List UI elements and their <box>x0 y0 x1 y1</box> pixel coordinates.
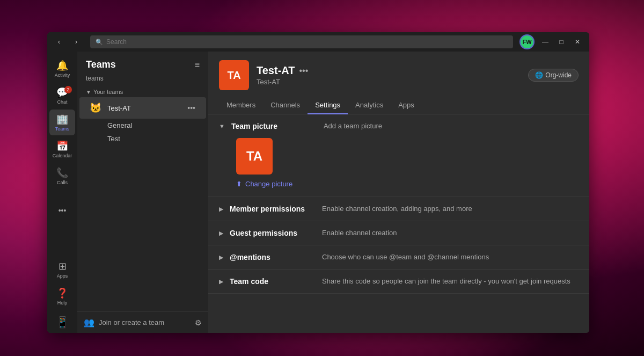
help-label: Help <box>57 300 68 306</box>
section-toggle-mentions[interactable]: ▶ <box>219 254 223 261</box>
section-desc-member-permissions: Enable channel creation, adding apps, an… <box>322 205 579 213</box>
settings-content: ▼ Team picture Add a team picture TA ⬆ C… <box>208 114 589 333</box>
sidebar-header: Teams ≡ <box>77 52 208 75</box>
tab-members[interactable]: Members <box>219 97 263 114</box>
team-picture-content: TA ⬆ Change picture <box>208 138 589 197</box>
activity-label: Activity <box>55 72 70 78</box>
tab-channels[interactable]: Channels <box>263 97 308 114</box>
section-title-team-code: Team code <box>230 277 316 286</box>
section-header-mentions: ▶ @mentions Choose who can use @team and… <box>208 245 589 269</box>
chat-label: Chat <box>57 99 67 105</box>
your-teams-header[interactable]: ▼ Your teams <box>77 86 208 97</box>
section-header-member-permissions: ▶ Member permissions Enable channel crea… <box>208 197 589 221</box>
teams-icon: 🏢 <box>56 113 68 125</box>
main-window: ‹ › 🔍 FW — □ ✕ 🔔 Activity 2 💬 Chat <box>47 32 589 333</box>
channel-item-test[interactable]: Test <box>79 132 206 146</box>
teams-subtitle: teams <box>77 75 208 86</box>
forward-button[interactable]: › <box>69 34 84 49</box>
nav-icons: 🔔 Activity 2 💬 Chat 🏢 Teams 📅 Calendar 📞… <box>47 52 77 333</box>
section-title-member-permissions: Member permissions <box>230 205 316 213</box>
sidebar-item-calendar[interactable]: 📅 Calendar <box>49 136 75 162</box>
close-button[interactable]: ✕ <box>570 34 585 49</box>
section-header-guest-permissions: ▶ Guest permissions Enable channel creat… <box>208 221 589 245</box>
team-list-item-test-at[interactable]: 🐱 Test-AT ••• <box>79 97 206 119</box>
team-ellipsis-button[interactable]: ••• <box>299 66 308 76</box>
sidebar-item-chat[interactable]: 2 💬 Chat <box>49 83 75 108</box>
team-title-row: Test-AT ••• <box>257 64 521 77</box>
search-input[interactable] <box>106 38 508 46</box>
team-info: Test-AT ••• Test-AT <box>257 64 521 86</box>
settings-section-mentions: ▶ @mentions Choose who can use @team and… <box>208 245 589 270</box>
section-desc-guest-permissions: Enable channel creation <box>322 229 579 237</box>
your-teams-chevron: ▼ <box>86 89 91 95</box>
section-title-mentions: @mentions <box>230 253 316 261</box>
settings-section-guest-permissions: ▶ Guest permissions Enable channel creat… <box>208 221 589 245</box>
org-wide-label: Org-wide <box>545 71 572 79</box>
activity-icon: 🔔 <box>56 60 68 71</box>
team-main-name: Test-AT <box>257 64 295 77</box>
tabs: Members Channels Settings Analytics Apps <box>208 97 589 114</box>
chat-badge: 2 <box>64 86 72 93</box>
section-title-guest-permissions: Guest permissions <box>230 229 316 237</box>
team-avatar-large: TA <box>219 60 249 90</box>
sidebar-item-calls[interactable]: 📞 Calls <box>49 163 75 189</box>
sidebar-settings-button[interactable]: ⚙ <box>195 318 202 327</box>
team-sub-name: Test-AT <box>257 78 521 86</box>
avatar[interactable]: FW <box>519 34 535 49</box>
team-name-label: Test-AT <box>107 104 185 112</box>
sidebar-title: Teams <box>86 59 116 70</box>
tab-apps[interactable]: Apps <box>391 97 422 114</box>
join-icon: 👥 <box>84 317 94 328</box>
back-button[interactable]: ‹ <box>52 34 67 49</box>
section-desc-mentions: Choose who can use @team and @channel me… <box>322 253 579 261</box>
sidebar-item-teams[interactable]: 🏢 Teams <box>49 110 75 135</box>
join-label: Join or create a team <box>99 318 164 326</box>
filter-button[interactable]: ≡ <box>195 60 200 70</box>
sidebar-bottom: 👥 Join or create a team ⚙ <box>77 311 208 333</box>
more-icon: ••• <box>58 206 67 215</box>
section-toggle-team-code[interactable]: ▶ <box>219 278 223 285</box>
phone-button[interactable]: 📱 <box>56 316 69 329</box>
sidebar-item-help[interactable]: ❓ Help <box>49 284 75 309</box>
calendar-icon: 📅 <box>56 140 68 152</box>
section-toggle-member-permissions[interactable]: ▶ <box>219 206 223 213</box>
team-pic-preview: TA <box>236 138 273 175</box>
section-header-team-picture: ▼ Team picture Add a team picture <box>208 114 589 138</box>
settings-section-team-picture: ▼ Team picture Add a team picture TA ⬆ C… <box>208 114 589 197</box>
main-panel: TA Test-AT ••• Test-AT 🌐 Org-wide Member… <box>208 52 589 333</box>
change-picture-button[interactable]: ⬆ Change picture <box>236 180 292 188</box>
section-title-team-picture: Team picture <box>231 122 317 130</box>
section-desc-team-picture: Add a team picture <box>324 122 579 130</box>
settings-section-member-permissions: ▶ Member permissions Enable channel crea… <box>208 197 589 221</box>
sidebar-item-apps[interactable]: ⊞ Apps <box>49 257 75 282</box>
team-more-button[interactable]: ••• <box>185 103 197 113</box>
globe-icon: 🌐 <box>535 71 543 79</box>
help-icon: ❓ <box>56 287 68 299</box>
title-bar: ‹ › 🔍 FW — □ ✕ <box>47 32 589 52</box>
apps-nav-label: Apps <box>57 273 68 279</box>
section-desc-team-code: Share this code so people can join the t… <box>322 277 579 285</box>
org-wide-badge: 🌐 Org-wide <box>528 69 579 82</box>
tab-analytics[interactable]: Analytics <box>348 97 391 114</box>
minimize-button[interactable]: — <box>538 34 553 49</box>
your-teams-label: Your teams <box>93 89 123 95</box>
tab-settings[interactable]: Settings <box>308 97 348 114</box>
team-emoji: 🐱 <box>88 100 103 115</box>
sidebar-item-more[interactable]: ••• <box>49 198 75 223</box>
apps-icon: ⊞ <box>58 260 67 272</box>
search-bar: 🔍 <box>90 35 513 48</box>
join-create-team-button[interactable]: 👥 Join or create a team <box>84 317 164 328</box>
search-icon: 🔍 <box>96 39 103 46</box>
sidebar-item-activity[interactable]: 🔔 Activity <box>49 56 75 82</box>
upload-icon: ⬆ <box>236 180 242 188</box>
section-toggle-team-picture[interactable]: ▼ <box>219 123 225 129</box>
channel-item-general[interactable]: General <box>79 119 206 132</box>
maximize-button[interactable]: □ <box>554 34 569 49</box>
teams-label: Teams <box>55 126 70 132</box>
change-picture-label: Change picture <box>245 180 292 188</box>
section-toggle-guest-permissions[interactable]: ▶ <box>219 230 223 237</box>
section-header-team-code: ▶ Team code Share this code so people ca… <box>208 270 589 293</box>
main-content: 🔔 Activity 2 💬 Chat 🏢 Teams 📅 Calendar 📞… <box>47 52 589 333</box>
nav-controls: ‹ › <box>52 34 84 49</box>
calls-label: Calls <box>57 180 68 185</box>
